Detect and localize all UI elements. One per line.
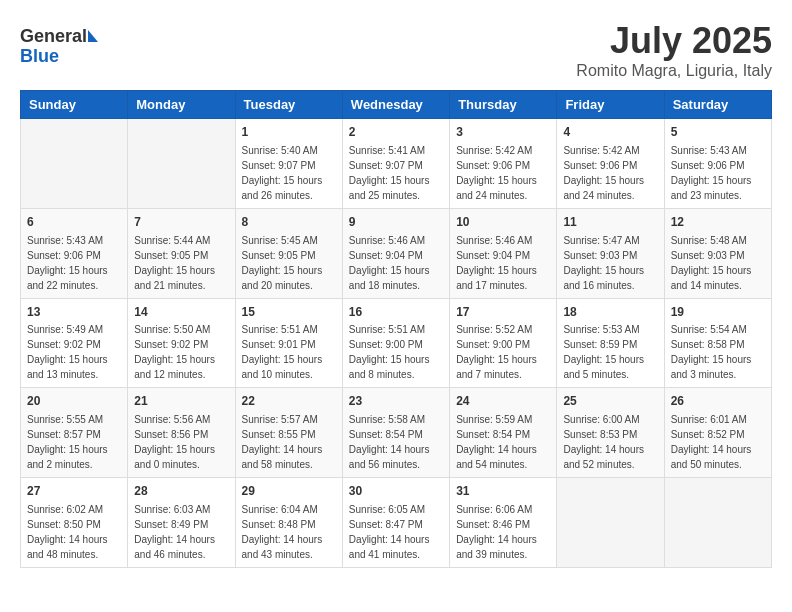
day-info: Sunrise: 5:48 AM Sunset: 9:03 PM Dayligh… [671,233,765,293]
weekday-header-sunday: Sunday [21,91,128,119]
day-number: 18 [563,304,657,321]
day-info: Sunrise: 5:58 AM Sunset: 8:54 PM Dayligh… [349,412,443,472]
day-info: Sunrise: 5:53 AM Sunset: 8:59 PM Dayligh… [563,322,657,382]
day-number: 2 [349,124,443,141]
day-info: Sunrise: 5:59 AM Sunset: 8:54 PM Dayligh… [456,412,550,472]
day-info: Sunrise: 5:46 AM Sunset: 9:04 PM Dayligh… [349,233,443,293]
day-cell: 7Sunrise: 5:44 AM Sunset: 9:05 PM Daylig… [128,208,235,298]
day-cell: 14Sunrise: 5:50 AM Sunset: 9:02 PM Dayli… [128,298,235,388]
day-cell [21,119,128,209]
weekday-header-friday: Friday [557,91,664,119]
day-cell: 9Sunrise: 5:46 AM Sunset: 9:04 PM Daylig… [342,208,449,298]
day-cell: 26Sunrise: 6:01 AM Sunset: 8:52 PM Dayli… [664,388,771,478]
weekday-header-monday: Monday [128,91,235,119]
week-row-1: 1Sunrise: 5:40 AM Sunset: 9:07 PM Daylig… [21,119,772,209]
day-info: Sunrise: 6:05 AM Sunset: 8:47 PM Dayligh… [349,502,443,562]
day-cell: 2Sunrise: 5:41 AM Sunset: 9:07 PM Daylig… [342,119,449,209]
day-number: 11 [563,214,657,231]
day-cell [557,478,664,568]
day-number: 20 [27,393,121,410]
day-number: 19 [671,304,765,321]
day-info: Sunrise: 6:04 AM Sunset: 8:48 PM Dayligh… [242,502,336,562]
day-cell: 29Sunrise: 6:04 AM Sunset: 8:48 PM Dayli… [235,478,342,568]
week-row-3: 13Sunrise: 5:49 AM Sunset: 9:02 PM Dayli… [21,298,772,388]
day-info: Sunrise: 5:43 AM Sunset: 9:06 PM Dayligh… [671,143,765,203]
day-number: 8 [242,214,336,231]
day-number: 13 [27,304,121,321]
day-number: 29 [242,483,336,500]
day-number: 22 [242,393,336,410]
day-cell: 11Sunrise: 5:47 AM Sunset: 9:03 PM Dayli… [557,208,664,298]
location-title: Romito Magra, Liguria, Italy [576,62,772,80]
weekday-header-thursday: Thursday [450,91,557,119]
day-number: 30 [349,483,443,500]
logo: GeneralBlue [20,20,100,70]
day-cell: 23Sunrise: 5:58 AM Sunset: 8:54 PM Dayli… [342,388,449,478]
day-info: Sunrise: 5:49 AM Sunset: 9:02 PM Dayligh… [27,322,121,382]
day-cell: 25Sunrise: 6:00 AM Sunset: 8:53 PM Dayli… [557,388,664,478]
day-cell [664,478,771,568]
calendar-table: SundayMondayTuesdayWednesdayThursdayFrid… [20,90,772,568]
day-info: Sunrise: 6:02 AM Sunset: 8:50 PM Dayligh… [27,502,121,562]
day-info: Sunrise: 5:47 AM Sunset: 9:03 PM Dayligh… [563,233,657,293]
day-info: Sunrise: 5:43 AM Sunset: 9:06 PM Dayligh… [27,233,121,293]
week-row-4: 20Sunrise: 5:55 AM Sunset: 8:57 PM Dayli… [21,388,772,478]
day-cell: 21Sunrise: 5:56 AM Sunset: 8:56 PM Dayli… [128,388,235,478]
day-cell: 17Sunrise: 5:52 AM Sunset: 9:00 PM Dayli… [450,298,557,388]
day-info: Sunrise: 5:52 AM Sunset: 9:00 PM Dayligh… [456,322,550,382]
day-info: Sunrise: 5:46 AM Sunset: 9:04 PM Dayligh… [456,233,550,293]
day-number: 6 [27,214,121,231]
day-cell: 16Sunrise: 5:51 AM Sunset: 9:00 PM Dayli… [342,298,449,388]
page-header: GeneralBlue July 2025 Romito Magra, Ligu… [20,20,772,80]
month-title: July 2025 [576,20,772,62]
day-info: Sunrise: 5:44 AM Sunset: 9:05 PM Dayligh… [134,233,228,293]
day-info: Sunrise: 5:40 AM Sunset: 9:07 PM Dayligh… [242,143,336,203]
day-cell: 8Sunrise: 5:45 AM Sunset: 9:05 PM Daylig… [235,208,342,298]
day-cell: 27Sunrise: 6:02 AM Sunset: 8:50 PM Dayli… [21,478,128,568]
day-cell: 10Sunrise: 5:46 AM Sunset: 9:04 PM Dayli… [450,208,557,298]
day-info: Sunrise: 5:57 AM Sunset: 8:55 PM Dayligh… [242,412,336,472]
day-number: 17 [456,304,550,321]
day-number: 26 [671,393,765,410]
day-number: 23 [349,393,443,410]
day-cell: 13Sunrise: 5:49 AM Sunset: 9:02 PM Dayli… [21,298,128,388]
day-number: 10 [456,214,550,231]
day-info: Sunrise: 5:50 AM Sunset: 9:02 PM Dayligh… [134,322,228,382]
day-number: 9 [349,214,443,231]
day-info: Sunrise: 5:41 AM Sunset: 9:07 PM Dayligh… [349,143,443,203]
weekday-header-tuesday: Tuesday [235,91,342,119]
day-number: 16 [349,304,443,321]
svg-text:General: General [20,26,87,46]
day-cell: 22Sunrise: 5:57 AM Sunset: 8:55 PM Dayli… [235,388,342,478]
day-info: Sunrise: 5:45 AM Sunset: 9:05 PM Dayligh… [242,233,336,293]
day-cell: 31Sunrise: 6:06 AM Sunset: 8:46 PM Dayli… [450,478,557,568]
day-cell: 3Sunrise: 5:42 AM Sunset: 9:06 PM Daylig… [450,119,557,209]
title-block: July 2025 Romito Magra, Liguria, Italy [576,20,772,80]
day-number: 28 [134,483,228,500]
day-info: Sunrise: 6:03 AM Sunset: 8:49 PM Dayligh… [134,502,228,562]
day-number: 1 [242,124,336,141]
weekday-header-wednesday: Wednesday [342,91,449,119]
svg-text:Blue: Blue [20,46,59,66]
week-row-2: 6Sunrise: 5:43 AM Sunset: 9:06 PM Daylig… [21,208,772,298]
svg-marker-2 [88,30,98,42]
day-number: 27 [27,483,121,500]
day-cell: 20Sunrise: 5:55 AM Sunset: 8:57 PM Dayli… [21,388,128,478]
day-number: 15 [242,304,336,321]
day-info: Sunrise: 6:01 AM Sunset: 8:52 PM Dayligh… [671,412,765,472]
day-cell: 19Sunrise: 5:54 AM Sunset: 8:58 PM Dayli… [664,298,771,388]
day-cell: 30Sunrise: 6:05 AM Sunset: 8:47 PM Dayli… [342,478,449,568]
day-info: Sunrise: 5:56 AM Sunset: 8:56 PM Dayligh… [134,412,228,472]
day-cell: 4Sunrise: 5:42 AM Sunset: 9:06 PM Daylig… [557,119,664,209]
day-number: 31 [456,483,550,500]
day-info: Sunrise: 5:54 AM Sunset: 8:58 PM Dayligh… [671,322,765,382]
day-cell: 6Sunrise: 5:43 AM Sunset: 9:06 PM Daylig… [21,208,128,298]
day-cell: 28Sunrise: 6:03 AM Sunset: 8:49 PM Dayli… [128,478,235,568]
logo-svg: GeneralBlue [20,20,100,70]
day-cell: 5Sunrise: 5:43 AM Sunset: 9:06 PM Daylig… [664,119,771,209]
day-cell: 15Sunrise: 5:51 AM Sunset: 9:01 PM Dayli… [235,298,342,388]
day-number: 4 [563,124,657,141]
day-cell: 18Sunrise: 5:53 AM Sunset: 8:59 PM Dayli… [557,298,664,388]
day-number: 3 [456,124,550,141]
day-number: 24 [456,393,550,410]
